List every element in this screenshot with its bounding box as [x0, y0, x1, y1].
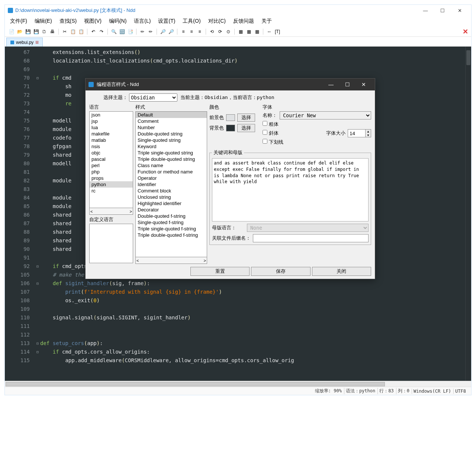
theme-select[interactable]: Obsidian	[129, 93, 177, 102]
dialog-minimize-button[interactable]: —	[323, 79, 339, 90]
toolbar-button[interactable]: ↶	[90, 28, 97, 35]
lang-item[interactable]: rc	[90, 188, 133, 194]
toolbar-button[interactable]: ✏	[147, 28, 154, 35]
toolbar-button[interactable]: ▦	[237, 28, 244, 35]
lang-item[interactable]: python	[90, 181, 133, 188]
style-listbox[interactable]: DefaultCommentNumberDouble-quoted string…	[135, 111, 207, 257]
style-item[interactable]: Keyword	[136, 143, 207, 150]
style-item[interactable]: Double-quoted string	[136, 131, 207, 137]
file-tab[interactable]: webui.py ⊠	[6, 38, 43, 47]
bg-choose-button[interactable]: 选择	[237, 124, 255, 132]
menu-item[interactable]: 对比(C)	[206, 17, 228, 25]
dialog-close-button[interactable]: ✕	[356, 79, 372, 90]
lang-item[interactable]: props	[90, 175, 133, 181]
style-item[interactable]: Double-quoted f-string	[136, 213, 207, 219]
fg-choose-button[interactable]: 选择	[237, 114, 255, 122]
font-name-select[interactable]: Courier New	[280, 111, 371, 119]
menu-item[interactable]: 编辑(E)	[32, 17, 54, 25]
toolbar-button[interactable]: 🔎	[167, 28, 175, 35]
toolbar-button[interactable]: 🗋	[41, 28, 48, 35]
style-item[interactable]: Comment	[136, 118, 207, 124]
scroll-thumb[interactable]	[466, 50, 470, 65]
toolbar-button[interactable]: ↔	[266, 28, 273, 35]
style-item[interactable]: Single-quoted f-string	[136, 219, 207, 226]
custom-lang-box[interactable]	[89, 224, 133, 263]
toolbar-button[interactable]: 🔍	[110, 28, 118, 35]
language-listbox[interactable]: jsonjspluamakefilematlabnsisobjcpascalpe…	[89, 111, 133, 208]
toolbar-button[interactable]: 🖶	[49, 28, 56, 35]
lang-item[interactable]: perl	[90, 162, 133, 169]
italic-checkbox[interactable]: 斜体	[263, 130, 279, 137]
style-item[interactable]: Unclosed string	[136, 194, 207, 200]
menu-item[interactable]: 查找(S)	[57, 17, 79, 25]
menu-item[interactable]: 编码(N)	[107, 17, 129, 25]
toolbar-button[interactable]: 📑	[126, 28, 134, 35]
style-item[interactable]: Function or method name	[136, 169, 207, 175]
style-item[interactable]: Operator	[136, 175, 207, 181]
toolbar-button[interactable]: [T]	[274, 28, 281, 35]
font-size-spinner[interactable]: ▲▼	[348, 129, 371, 137]
style-item[interactable]: Default	[136, 112, 207, 118]
style-item[interactable]: Comment block	[136, 188, 207, 194]
toolbar-button[interactable]: 📋	[77, 28, 85, 35]
toolbar-button[interactable]: ⊙	[225, 28, 232, 35]
lang-hscroll[interactable]: <>	[89, 208, 133, 215]
underline-checkbox[interactable]: 下划线	[263, 139, 283, 146]
menu-item[interactable]: 设置(T)	[156, 17, 177, 25]
lang-item[interactable]: json	[90, 112, 133, 118]
toolbar-close-icon[interactable]: ✕	[463, 28, 468, 36]
keywords-textarea[interactable]: and as assert break class continue def d…	[212, 158, 369, 221]
toolbar-button[interactable]: 📂	[16, 28, 23, 35]
lang-item[interactable]: pascal	[90, 156, 133, 162]
lang-item[interactable]: lua	[90, 124, 133, 131]
minimize-button[interactable]: —	[417, 5, 434, 16]
toolbar-button[interactable]: 🔠	[118, 28, 126, 35]
toolbar-button[interactable]: ⟲	[208, 28, 216, 35]
style-item[interactable]: Triple double-quoted f-string	[136, 232, 207, 238]
toolbar-button[interactable]: 📄	[8, 28, 15, 35]
maximize-button[interactable]: ☐	[434, 5, 451, 16]
style-hscroll[interactable]: <>	[135, 257, 207, 264]
lang-item[interactable]: objc	[90, 150, 133, 156]
style-item[interactable]: Identifier	[136, 181, 207, 188]
style-item[interactable]: Highlighted identifier	[136, 200, 207, 207]
toolbar-button[interactable]: ≡	[196, 28, 203, 35]
save-button[interactable]: 保存	[251, 267, 310, 276]
toolbar-button[interactable]: 💾	[24, 28, 32, 35]
tab-close-icon[interactable]: ⊠	[35, 40, 39, 45]
style-item[interactable]: Triple single-quoted f-string	[136, 226, 207, 232]
horizontal-scrollbar[interactable]	[5, 381, 471, 387]
menu-item[interactable]: 视图(V)	[82, 17, 104, 25]
lang-item[interactable]: jsp	[90, 118, 133, 124]
bold-checkbox[interactable]: 粗体	[263, 121, 279, 128]
lang-item[interactable]: php	[90, 169, 133, 175]
close-dialog-button[interactable]: 关闭	[312, 267, 371, 276]
menu-item[interactable]: 语言(L)	[132, 17, 153, 25]
style-item[interactable]: Number	[136, 124, 207, 131]
toolbar-button[interactable]: 🔎	[159, 28, 167, 35]
toolbar-button[interactable]: ≡	[188, 28, 195, 35]
menu-item[interactable]: 文件(F)	[8, 17, 29, 25]
ext-input[interactable]	[253, 234, 369, 242]
toolbar-button[interactable]: ✏	[139, 28, 146, 35]
lang-item[interactable]: makefile	[90, 131, 133, 137]
toolbar-button[interactable]: ↷	[98, 28, 105, 35]
toolbar-button[interactable]: ⟳	[216, 28, 224, 35]
style-item[interactable]: Single-quoted string	[136, 137, 207, 143]
toolbar-button[interactable]: ▦	[253, 28, 261, 35]
style-item[interactable]: Class name	[136, 162, 207, 169]
style-item[interactable]: Triple single-quoted string	[136, 150, 207, 156]
lang-item[interactable]: nsis	[90, 143, 133, 150]
menu-item[interactable]: 工具(O)	[180, 17, 203, 25]
lang-item[interactable]: matlab	[90, 137, 133, 143]
style-item[interactable]: Triple double-quoted string	[136, 156, 207, 162]
dialog-maximize-button[interactable]: ☐	[339, 79, 356, 90]
scroll-thumb[interactable]	[6, 382, 385, 386]
menu-item[interactable]: 关于	[259, 17, 274, 25]
vertical-scrollbar[interactable]	[465, 47, 471, 381]
menu-item[interactable]: 反馈问题	[231, 17, 256, 25]
toolbar-button[interactable]: ✂	[61, 28, 68, 35]
reset-button[interactable]: 重置	[190, 267, 250, 276]
close-button[interactable]: ✕	[451, 5, 468, 16]
style-item[interactable]: Decorator	[136, 207, 207, 213]
